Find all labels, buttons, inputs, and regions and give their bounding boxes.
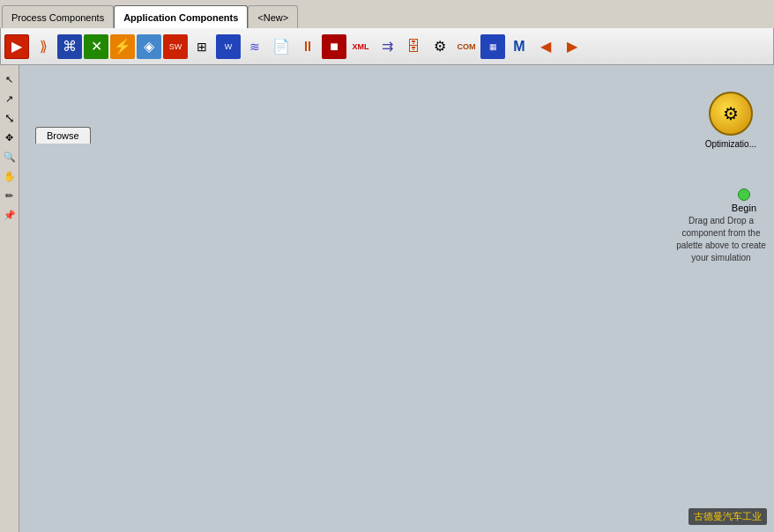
toolbar-btn-xml[interactable]: XML	[348, 34, 373, 59]
main-toolbar: ▶ ⟫ ⌘ ✕ ⚡ ◈ SW ⊞ W ≋ 📄 ⏸ ■ XML ⇉ 🗄 ⚙ COM…	[0, 28, 774, 65]
zoom-icon[interactable]: 🔍	[3, 150, 17, 164]
toolbar-btn-stop[interactable]: ■	[322, 34, 346, 59]
tab-browse[interactable]: Browse	[35, 127, 91, 144]
tab-new[interactable]: <New>	[248, 5, 298, 28]
pen-icon[interactable]: ✏	[3, 188, 17, 203]
select-icon[interactable]: ⤡	[3, 111, 17, 125]
toolbar-btn-cmd[interactable]: ⌘	[57, 34, 82, 59]
toolbar-btn-db[interactable]: 🗄	[401, 34, 426, 59]
toolbar-btn-arrow[interactable]: ⇉	[375, 34, 399, 59]
watermark: 古德曼汽车工业	[688, 508, 767, 525]
toolbar-btn-gear[interactable]: ⚙	[428, 34, 452, 59]
toolbar-btn-doc[interactable]: 📄	[269, 34, 294, 59]
optimization-node[interactable]: ⚙ Optimizatio...	[705, 92, 756, 149]
toolbar-btn-grid[interactable]: ⊞	[190, 34, 214, 59]
move-icon[interactable]: ✥	[3, 130, 17, 144]
left-panel: ↖ ↗ ⤡ ✥ 🔍 ✋ ✏ 📌	[0, 65, 19, 532]
toolbar-btn-1[interactable]: ▶	[4, 34, 29, 59]
cursor-icon[interactable]: ↖	[3, 72, 17, 86]
drag-drop-instructions: Drag and Drop a component from the palet…	[668, 215, 774, 264]
pin-icon[interactable]: 📌	[3, 208, 17, 222]
hand-icon[interactable]: ✋	[3, 169, 17, 183]
workspace: ↖ ↗ ⤡ ✥ 🔍 ✋ ✏ 📌 🔷 Isight Library - Stand…	[0, 65, 774, 532]
toolbar-btn-table[interactable]: ▦	[480, 34, 505, 59]
workflow-area: ⚙ Optimizatio... Begin Drag and Drop a c…	[19, 65, 774, 532]
tab-process[interactable]: Process Components	[2, 5, 114, 28]
toolbar-btn-sw[interactable]: SW	[163, 34, 188, 59]
toolbar-btn-matlab[interactable]: ⚡	[110, 34, 135, 59]
toolbar-btn-pause[interactable]: ⏸	[295, 34, 320, 59]
toolbar-btn-2[interactable]: ⟫	[31, 34, 56, 59]
begin-label: Begin	[732, 203, 756, 213]
toolbar-btn-m[interactable]: M	[507, 34, 532, 59]
begin-node[interactable]: Begin	[732, 188, 756, 213]
arrow-icon[interactable]: ↗	[3, 92, 17, 106]
toolbar-btn-wave[interactable]: ≋	[242, 34, 267, 59]
optimization-label: Optimizatio...	[705, 139, 756, 149]
toolbar-btn-blue[interactable]: ◈	[137, 34, 161, 59]
toolbar-btn-back[interactable]: ◀	[533, 34, 558, 59]
tab-application[interactable]: Application Components	[114, 5, 248, 28]
toolbar-btn-com[interactable]: COM	[454, 34, 479, 59]
begin-dot	[738, 188, 750, 201]
optimization-icon: ⚙	[709, 92, 753, 136]
toolbar-btn-word[interactable]: W	[216, 34, 241, 59]
tab-bar: Process Components Application Component…	[0, 0, 774, 28]
toolbar-btn-forward[interactable]: ▶	[560, 34, 584, 59]
toolbar-btn-x[interactable]: ✕	[84, 34, 108, 59]
